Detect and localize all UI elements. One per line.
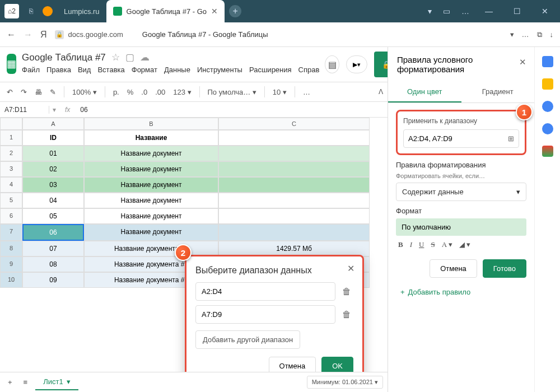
add-sheet-button[interactable]: +	[4, 376, 16, 389]
clip-icon[interactable]: ⎘	[24, 4, 38, 18]
range-input[interactable]: A2:D4, A7:D9 ⊞	[403, 129, 519, 148]
text-color-button[interactable]: A ▾	[442, 240, 452, 249]
download-icon[interactable]: ↓	[550, 30, 554, 39]
paint-format-button[interactable]: ✎	[48, 87, 58, 97]
row-header[interactable]: 2	[0, 146, 22, 161]
font-dropdown[interactable]: По умолча… ▾	[206, 87, 259, 97]
browser-tab-active[interactable]: Google Таблица #7 - Go ✕	[106, 0, 225, 22]
extensions-icon[interactable]: ⧉	[537, 30, 542, 39]
print-button[interactable]: 🖶	[32, 87, 44, 97]
row-header[interactable]: 5	[0, 193, 22, 208]
window-maximize-button[interactable]: ☐	[508, 7, 525, 16]
contacts-icon[interactable]	[542, 123, 553, 134]
menu-file[interactable]: Файл	[22, 66, 40, 74]
menu-format[interactable]: Формат	[132, 66, 157, 74]
cell[interactable]: 08	[22, 256, 84, 272]
panel-cancel-button[interactable]: Отмена	[430, 259, 477, 278]
calendar-icon[interactable]	[542, 56, 553, 67]
row-header[interactable]: 6	[0, 208, 22, 224]
range-input-1[interactable]	[195, 282, 335, 301]
minimum-indicator[interactable]: Минимум: 01.06.2021 ▾	[307, 376, 383, 389]
cloud-icon[interactable]: ☁	[140, 52, 150, 63]
cell[interactable]: 05	[22, 208, 84, 224]
more-tools-icon[interactable]: …	[301, 87, 312, 97]
menu-extensions[interactable]: Расширения	[249, 66, 292, 74]
menu-tools[interactable]: Инструменты	[197, 66, 242, 74]
keep-icon[interactable]	[542, 78, 553, 90]
row-header[interactable]: 8	[0, 241, 22, 256]
corner-cell[interactable]	[0, 118, 22, 130]
zoom-dropdown[interactable]: 100% ▾	[70, 87, 99, 97]
bold-button[interactable]: B	[398, 240, 403, 249]
name-box[interactable]: A7:D11	[0, 106, 49, 114]
font-size-dropdown[interactable]: 10 ▾	[270, 87, 289, 97]
maps-icon[interactable]	[542, 146, 553, 157]
menu-edit[interactable]: Правка	[46, 66, 71, 74]
more-menu-icon[interactable]: …	[522, 30, 529, 39]
grid-icon[interactable]: ⊞	[508, 134, 514, 143]
decrease-decimal-button[interactable]: .0	[139, 87, 150, 97]
row-header[interactable]: 7	[0, 224, 22, 241]
cell[interactable]: 09	[22, 272, 84, 288]
row-header[interactable]: 10	[0, 272, 22, 288]
underline-button[interactable]: U	[419, 240, 424, 249]
range-input-2[interactable]	[195, 305, 335, 324]
cell[interactable]: Название документ	[84, 208, 218, 224]
nav-forward-icon[interactable]: →	[24, 30, 32, 40]
window-minimize-button[interactable]: —	[480, 7, 497, 16]
redo-button[interactable]: ↷	[18, 87, 29, 97]
add-range-button[interactable]: Добавить другой диапазон	[195, 330, 300, 349]
row-header[interactable]: 3	[0, 161, 22, 177]
panel-done-button[interactable]: Готово	[483, 259, 526, 278]
cell[interactable]: Название документа #7	[84, 241, 218, 256]
formula-value[interactable]: 06	[76, 106, 92, 114]
increase-decimal-button[interactable]: .00	[153, 87, 167, 97]
add-rule-button[interactable]: + Добавить правило	[396, 283, 526, 301]
bookmark-icon[interactable]: ▾	[510, 30, 514, 39]
collapse-toolbar-icon[interactable]: ᐱ	[379, 88, 383, 96]
document-title[interactable]: Google Таблица #7	[22, 52, 106, 63]
delete-range-icon[interactable]: 🗑	[340, 284, 353, 299]
cell[interactable]	[218, 224, 370, 241]
meet-button[interactable]: ▶▾	[346, 55, 367, 73]
browser-tab-lumpics[interactable]: Lumpics.ru	[57, 0, 106, 22]
tasks-icon[interactable]	[542, 101, 553, 112]
cell[interactable]: ID	[22, 130, 84, 146]
move-icon[interactable]: ▢	[125, 52, 134, 63]
menu-insert[interactable]: Вставка	[97, 66, 124, 74]
cell[interactable]: Название документ	[84, 224, 218, 241]
cancel-button[interactable]: Отмена	[269, 357, 316, 372]
row-header[interactable]: 9	[0, 256, 22, 272]
cell[interactable]: Название документ	[84, 146, 218, 161]
sheet-tab-dropdown-icon[interactable]: ▾	[67, 377, 71, 386]
row-header[interactable]: 4	[0, 177, 22, 193]
menu-data[interactable]: Данные	[164, 66, 190, 74]
url-field[interactable]: 🔒 docs.google.com	[55, 30, 123, 39]
sheet-tab[interactable]: Лист1 ▾	[35, 374, 78, 390]
percent-button[interactable]: %	[125, 87, 136, 97]
cell[interactable]: 04	[22, 193, 84, 208]
spreadsheet-grid[interactable]: A B C 1 ID Название 2 01 Название докуме…	[0, 118, 388, 372]
yandex-icon[interactable]: Я	[40, 30, 47, 40]
delete-range-icon[interactable]: 🗑	[340, 307, 353, 322]
tab-gradient[interactable]: Градиент	[461, 82, 535, 102]
menu-view[interactable]: Вид	[78, 66, 91, 74]
col-header[interactable]: C	[218, 118, 370, 130]
panel-close-icon[interactable]: ✕	[519, 57, 526, 67]
cell[interactable]	[218, 161, 370, 177]
more-icon[interactable]: …	[461, 7, 469, 16]
cell[interactable]: 02	[22, 161, 84, 177]
col-header[interactable]: A	[22, 118, 84, 130]
sheets-logo-icon[interactable]: ▦	[7, 54, 16, 74]
cell[interactable]	[218, 193, 370, 208]
cell[interactable]	[218, 146, 370, 161]
window-close-button[interactable]: ✕	[536, 7, 553, 16]
cell[interactable]: 07	[22, 241, 84, 256]
new-tab-button[interactable]: +	[229, 5, 241, 17]
cell[interactable]	[218, 208, 370, 224]
col-header[interactable]: B	[84, 118, 218, 130]
cell[interactable]: 03	[22, 177, 84, 193]
menu-help[interactable]: Справ	[298, 66, 320, 74]
row-header[interactable]: 1	[0, 130, 22, 146]
undo-button[interactable]: ↶	[4, 87, 15, 97]
